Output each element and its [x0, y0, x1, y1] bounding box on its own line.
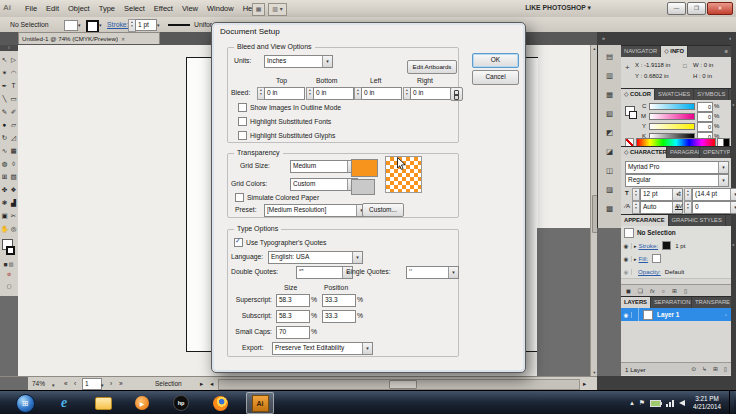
layer-visibility-icon[interactable]: ◉	[621, 312, 632, 318]
menu-effect[interactable]: Effect	[154, 4, 173, 13]
taskbar-explorer-icon[interactable]	[90, 393, 116, 413]
bleed-top-field[interactable]: 0 in	[264, 87, 305, 100]
eyedropper-tool-icon[interactable]: ✤	[0, 183, 9, 196]
font-size-stepper[interactable]	[632, 188, 640, 201]
language-select[interactable]: English: USA	[268, 251, 363, 264]
highlight-glyphs-checkbox[interactable]: Highlight Substituted Glyphs	[238, 131, 335, 140]
leading-select[interactable]: (14.4 pt	[692, 188, 736, 201]
taskbar-illustrator-icon[interactable]: Ai	[246, 392, 274, 414]
shape-builder-tool-icon[interactable]: ◍	[0, 157, 9, 170]
menu-view[interactable]: View	[182, 4, 198, 13]
status-indicator[interactable]: Selection	[155, 380, 182, 387]
typographers-quotes-checkbox[interactable]: Use Typographer's Quotes	[234, 238, 327, 247]
next-artboard-icon[interactable]: ›	[110, 380, 112, 387]
tracking-select[interactable]: 0	[692, 201, 736, 214]
subscript-size-field[interactable]: 58.3	[276, 310, 310, 323]
superscript-size-field[interactable]: 58.3	[276, 294, 310, 307]
edge-collapse-icon-2[interactable]: ◂	[732, 242, 734, 247]
taskbar-media-player-icon[interactable]: ▶	[129, 393, 155, 413]
dock-panel-icon-5[interactable]: ◩	[602, 126, 618, 139]
color-stroke-proxy[interactable]	[629, 111, 637, 119]
layer-row[interactable]: ◉ Layer 1 ◦	[621, 308, 731, 321]
dock-panel-icon-3[interactable]: ▦	[602, 88, 618, 101]
arrange-documents-icon[interactable]: ▥ ▾	[268, 3, 287, 16]
hscroll-left-icon[interactable]: ◂	[210, 380, 213, 388]
artboard-caret-icon[interactable]: ▾	[101, 382, 104, 388]
document-tab-close-icon[interactable]: ✕	[121, 36, 125, 42]
last-artboard-icon[interactable]: »	[119, 380, 123, 387]
preset-select[interactable]: [Medium Resolution]	[264, 204, 367, 217]
menu-edit[interactable]: Edit	[46, 4, 59, 13]
artboard-number-field[interactable]: 1	[82, 378, 102, 390]
menu-select[interactable]: Select	[124, 4, 145, 13]
ok-button[interactable]: OK	[472, 53, 519, 68]
edit-artboards-button[interactable]: Edit Artboards	[407, 60, 457, 74]
mesh-tool-icon[interactable]: ⊞	[0, 170, 9, 183]
grid-colors-select[interactable]: Custom	[290, 178, 358, 191]
none-button-icon[interactable]: ⊘	[0, 271, 18, 277]
toolbar-stroke-swatch[interactable]	[6, 246, 15, 255]
subscript-position-field[interactable]: 33.3	[322, 310, 356, 323]
dock-panel-icon-6[interactable]: ◪	[602, 145, 618, 158]
kerning-stepper[interactable]	[632, 201, 640, 214]
new-stroke-icon[interactable]: ◼	[626, 288, 631, 294]
network-icon[interactable]	[666, 400, 674, 407]
rotate-tool-icon[interactable]: ↻	[0, 131, 9, 144]
visibility-eye-icon[interactable]: ◉	[621, 256, 632, 262]
delete-item-icon[interactable]: ▯	[684, 288, 687, 294]
gradient-tool-icon[interactable]: ▧	[9, 170, 18, 183]
expand-icon[interactable]: ▸	[634, 243, 637, 249]
stroke-width-field[interactable]: 1 pt	[135, 19, 157, 31]
layer-target-icon[interactable]: ◦	[725, 312, 727, 318]
bleed-right-field[interactable]: 0 in	[410, 87, 451, 100]
dock-panel-icon-4[interactable]: ▧	[602, 107, 618, 120]
channel-c-slider[interactable]	[649, 103, 695, 110]
stroke-profile-line[interactable]	[168, 24, 190, 26]
leading-stepper[interactable]	[684, 188, 692, 201]
fill-color-swatch[interactable]	[64, 20, 78, 31]
column-graph-tool-icon[interactable]: ▟	[9, 196, 18, 209]
taskbar-hp-icon[interactable]: hp	[168, 393, 194, 413]
layer-name[interactable]: Layer 1	[657, 311, 679, 318]
fill-caret-icon[interactable]: ▾	[78, 22, 81, 28]
bleed-left-field[interactable]: 0 in	[361, 87, 402, 100]
type-tool-icon[interactable]: T	[9, 79, 18, 92]
custom-button[interactable]: Custom...	[362, 203, 404, 217]
fill-attribute-link[interactable]: Fill:	[639, 255, 649, 262]
tools-panel-grip[interactable]: ≡	[0, 45, 18, 51]
menu-file[interactable]: File	[25, 4, 37, 13]
width-tool-icon[interactable]: ∿	[0, 144, 9, 157]
layer-thumbnail[interactable]	[643, 310, 653, 320]
dock-panel-icon-7[interactable]: ◫	[602, 164, 618, 177]
menu-window[interactable]: Window	[207, 4, 234, 13]
perspective-grid-tool-icon[interactable]: ◊	[9, 157, 18, 170]
taskbar-ie-icon[interactable]: e	[51, 393, 77, 413]
show-desktop-button[interactable]	[729, 391, 734, 414]
paintbrush-tool-icon[interactable]: ✎	[0, 105, 9, 118]
channel-c-value[interactable]: 0	[697, 102, 713, 112]
taskbar-start-icon[interactable]: ⊞	[12, 393, 38, 413]
expand-icon[interactable]: ▸	[634, 256, 637, 262]
zoom-level[interactable]: 74%	[32, 380, 45, 387]
dock-panel-icon-2[interactable]: ▥	[602, 69, 618, 82]
export-select[interactable]: Preserve Text Editability	[272, 342, 373, 355]
scale-tool-icon[interactable]: ◿	[9, 131, 18, 144]
battery-icon[interactable]	[650, 400, 661, 407]
stroke-link[interactable]: Stroke:	[107, 21, 129, 28]
collapse-dock-left-icon[interactable]: «	[602, 35, 605, 41]
layer-lock-cell[interactable]	[632, 308, 639, 321]
appearance-fill-row[interactable]: ◉ ▸ Fill:	[621, 252, 731, 266]
minimize-button[interactable]: —	[667, 2, 686, 15]
channel-m-slider[interactable]	[649, 113, 695, 120]
channel-y-slider[interactable]	[649, 123, 695, 130]
action-center-flag-icon[interactable]: ⚑	[639, 399, 645, 407]
dock-panel-icon-9[interactable]: ▩	[602, 202, 618, 215]
units-select[interactable]: Inches	[264, 55, 333, 68]
dock-panel-icon-8[interactable]: ▨	[602, 183, 618, 196]
stroke-width-caret-icon[interactable]: ▾	[157, 22, 160, 28]
horizontal-scroll-thumb[interactable]	[389, 380, 417, 389]
status-menu-icon[interactable]: ▸	[200, 380, 203, 388]
horizontal-scrollbar[interactable]	[218, 379, 580, 390]
tray-expand-icon[interactable]: ▴	[630, 399, 634, 407]
channel-y-value[interactable]: 0	[697, 122, 713, 132]
